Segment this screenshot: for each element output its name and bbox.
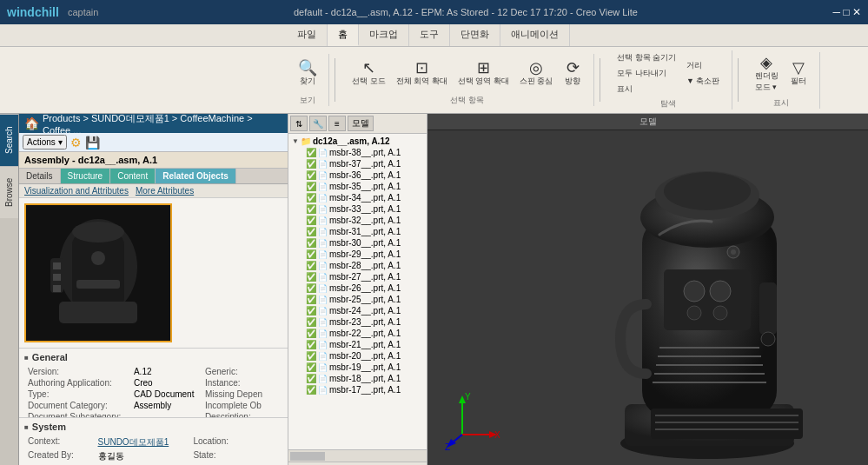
context-value[interactable]: SUNDO데모제품1 — [95, 435, 190, 449]
tree-item-checkbox[interactable]: ✅ — [306, 306, 316, 316]
tree-item-checkbox[interactable]: ✅ — [306, 261, 316, 270]
home-icon[interactable]: 🏠 — [24, 116, 39, 130]
filter-button[interactable]: ▽ 필터 — [785, 57, 812, 90]
tree-item[interactable]: ✅ 📄 msbr-30__.prt, A.1 — [290, 237, 425, 249]
tree-btn-1[interactable]: ⇅ — [290, 116, 308, 131]
tree-btn-model[interactable]: 모델 — [348, 116, 374, 131]
missing-dep-value — [275, 389, 282, 400]
tree-btn-2[interactable]: 🔧 — [309, 116, 327, 131]
viz-attr-link[interactable]: Visualization and Attributes — [24, 186, 129, 196]
tree-item[interactable]: ✅ 📄 msbr-37__.prt, A.1 — [290, 158, 425, 169]
distance-button[interactable]: 거리 — [682, 58, 724, 73]
render-icon: ◈ — [760, 55, 772, 70]
render-mode-button[interactable]: ◈ 렌더링모드 ▾ — [751, 52, 783, 96]
tree-item-checkbox[interactable]: ✅ — [306, 329, 316, 338]
tree-item[interactable]: ✅ 📄 msbr-28__.prt, A.1 — [290, 260, 425, 271]
tree-item-checkbox[interactable]: ✅ — [306, 362, 316, 372]
tree-item-checkbox[interactable]: ✅ — [306, 182, 316, 191]
tab-home[interactable]: 홈 — [328, 24, 359, 46]
tree-item[interactable]: ✅ 📄 msbr-32__.prt, A.1 — [290, 215, 425, 226]
tab-animation[interactable]: 애니메이션 — [500, 24, 570, 46]
show-all-button[interactable]: 모두 나타내기 — [613, 66, 680, 81]
zoom-select-button[interactable]: ⊞ 선택 영역 확대 — [454, 57, 514, 90]
tree-item[interactable]: ✅ 📄 msbr-19__.prt, A.1 — [290, 362, 425, 373]
nav-search[interactable]: Search — [0, 114, 18, 166]
state-value — [275, 449, 282, 463]
sep3 — [738, 58, 739, 102]
tree-item[interactable]: ✅ 📄 msbr-26__.prt, A.1 — [290, 282, 425, 294]
tree-item[interactable]: ✅ 📄 msbr-35__.prt, A.1 — [290, 181, 425, 192]
direction-button[interactable]: ⟳ 방향 — [559, 57, 586, 90]
tree-item-checkbox[interactable]: ✅ — [306, 216, 316, 225]
tree-item[interactable]: ✅ 📄 msbr-27__.prt, A.1 — [290, 271, 425, 282]
tree-item-checkbox[interactable]: ✅ — [306, 272, 316, 282]
tree-item-checkbox[interactable]: ✅ — [306, 148, 316, 157]
find-button[interactable]: 🔍 찾기 — [294, 57, 321, 90]
tree-item[interactable]: ✅ 📄 msbr-36__.prt, A.1 — [290, 169, 425, 181]
tree-item[interactable]: ✅ 📄 msbr-24__.prt, A.1 — [290, 305, 425, 316]
tab-details[interactable]: Details — [19, 169, 61, 183]
tree-item-checkbox[interactable]: ✅ — [306, 340, 316, 349]
tree-item[interactable]: ✅ 📄 msbr-21__.prt, A.1 — [290, 339, 425, 350]
tree-item-checkbox[interactable]: ✅ — [306, 159, 316, 169]
zoom-all-button[interactable]: ⊡ 전체 회역 확대 — [392, 57, 452, 90]
attr-row-createdby: Created By: 홍길동 State: — [24, 449, 282, 463]
tab-content[interactable]: Content — [110, 169, 156, 183]
tree-item[interactable]: ✅ 📄 msbr-38__.prt, A.1 — [290, 147, 425, 158]
tree-item[interactable]: ✅ 📄 msbr-33__.prt, A.1 — [290, 203, 425, 215]
spin-center-button[interactable]: ◎ 스핀 중심 — [515, 57, 558, 90]
xsection-button[interactable]: ▼ 축소판 — [682, 74, 724, 89]
tree-item-icon: 📄 — [318, 250, 328, 259]
tree-item[interactable]: ✅ 📄 msbr-23__.prt, A.1 — [290, 316, 425, 328]
tree-item[interactable]: ✅ 📄 msbr-34__.prt, A.1 — [290, 192, 425, 203]
tab-markup[interactable]: 마크업 — [359, 24, 409, 46]
tab-structure[interactable]: Structure — [61, 169, 111, 183]
actions-button[interactable]: Actions ▾ — [23, 135, 67, 149]
find-icon: 🔍 — [298, 60, 317, 76]
svg-rect-29 — [651, 409, 803, 439]
tree-item-checkbox[interactable]: ✅ — [306, 204, 316, 214]
tree-item[interactable]: ✅ 📄 msbr-25__.prt, A.1 — [290, 294, 425, 305]
tree-item-checkbox[interactable]: ✅ — [306, 317, 316, 327]
select-mode-button[interactable]: ↖ 선택 모드 — [348, 57, 390, 90]
tree-item-checkbox[interactable]: ✅ — [306, 385, 316, 395]
tree-item-checkbox[interactable]: ✅ — [306, 351, 316, 361]
tree-item-checkbox[interactable]: ✅ — [306, 283, 316, 293]
tree-item-checkbox[interactable]: ✅ — [306, 227, 316, 236]
tab-section[interactable]: 단면화 — [450, 24, 500, 46]
tree-item-checkbox[interactable]: ✅ — [306, 295, 316, 304]
docsubcat-label: Document Subcategory: — [24, 411, 130, 418]
ribbon: 파일 홈 마크업 도구 단면화 애니메이션 🔍 찾기 보기 ↖ 선택 모드 — [0, 24, 868, 114]
tree-item-label: msbr-17__.prt, A.1 — [329, 385, 401, 395]
tree-item[interactable]: ✅ 📄 msbr-20__.prt, A.1 — [290, 350, 425, 362]
tab-tools[interactable]: 도구 — [409, 24, 450, 46]
tree-item-label: msbr-30__.prt, A.1 — [329, 238, 401, 248]
tree-item-icon: 📄 — [318, 352, 328, 361]
model-view[interactable]: Y X Z — [427, 130, 868, 465]
tree-item-checkbox[interactable]: ✅ — [306, 170, 316, 180]
captain-label: captain — [68, 7, 98, 17]
tree-item[interactable]: ✅ 📄 msbr-17__.prt, A.1 — [290, 384, 425, 395]
tab-file[interactable]: 파일 — [287, 24, 328, 46]
tree-item-checkbox[interactable]: ✅ — [306, 249, 316, 259]
view-group-label: 보기 — [300, 93, 315, 106]
tree-item[interactable]: ✅ 📄 msbr-18__.prt, A.1 — [290, 373, 425, 384]
tree-item[interactable]: ✅ 📄 msbr-31__.prt, A.1 — [290, 226, 425, 237]
tree-scroll-horizontal[interactable] — [288, 449, 427, 462]
tree-item-checkbox[interactable]: ✅ — [306, 374, 316, 383]
tree-btn-3[interactable]: ≡ — [328, 116, 346, 131]
ribbon-group-select: ↖ 선택 모드 ⊡ 전체 회역 확대 ⊞ 선택 영역 확대 ◎ 스핀 중심 ⟳ — [341, 54, 594, 106]
tree-item-checkbox[interactable]: ✅ — [306, 193, 316, 203]
tree-root[interactable]: ▼ 📁 dc12a__.asm, A.12 — [290, 136, 425, 147]
select-all-button[interactable]: 선택 항목 숨기기 — [613, 50, 680, 65]
more-attr-link[interactable]: More Attributes — [136, 186, 194, 196]
tree-item-checkbox[interactable]: ✅ — [306, 238, 316, 248]
version-label: Version: — [24, 366, 130, 377]
createdby-value: 홍길동 — [95, 449, 190, 463]
display-button[interactable]: 표시 — [613, 82, 680, 96]
tab-related-objects[interactable]: Related Objects — [156, 169, 236, 183]
svg-point-16 — [664, 172, 751, 210]
tree-item[interactable]: ✅ 📄 msbr-29__.prt, A.1 — [290, 249, 425, 260]
nav-browse[interactable]: Browse — [0, 166, 18, 218]
tree-item[interactable]: ✅ 📄 msbr-22__.prt, A.1 — [290, 328, 425, 339]
